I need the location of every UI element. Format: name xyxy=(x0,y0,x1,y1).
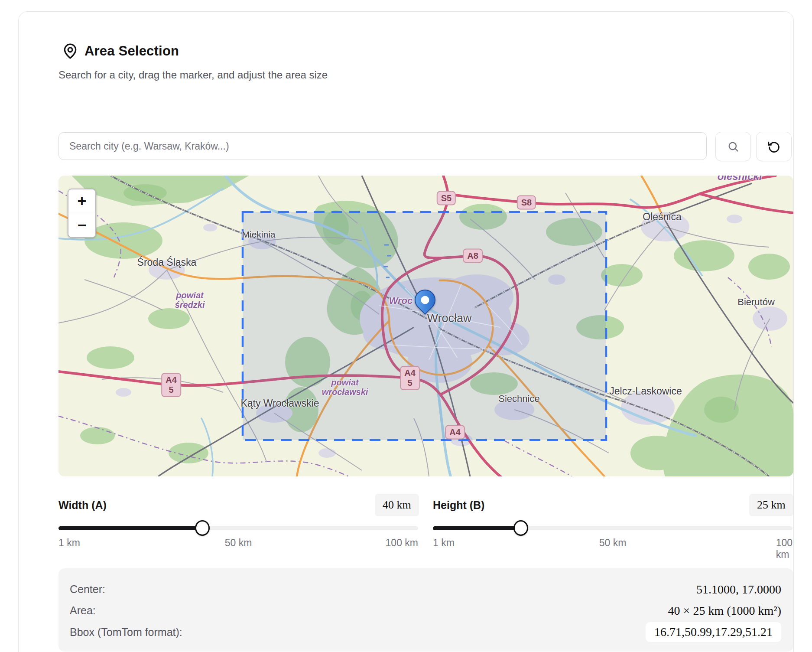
center-label: Center: xyxy=(70,583,105,596)
bbox-value: 16.71,50.99,17.29,51.21 xyxy=(646,622,781,642)
center-value: 51.1000, 17.0000 xyxy=(696,583,781,597)
height-slider-value: 25 km xyxy=(749,494,793,516)
search-input[interactable] xyxy=(58,132,707,160)
map-label-olesnicki: oleśnicki xyxy=(718,176,762,182)
page-subtitle: Search for a city, drag the marker, and … xyxy=(58,69,328,81)
search-button[interactable] xyxy=(715,132,751,161)
page-title: Area Selection xyxy=(84,43,179,59)
map-label-siechnice: Siechnice xyxy=(498,393,539,404)
height-slider-fill xyxy=(433,526,521,530)
width-scale-max: 100 km xyxy=(386,537,418,549)
map-label-wroclaw: Wrocław xyxy=(427,312,471,325)
map-label-powiat-wroclawski: powiat wrocławski xyxy=(321,378,369,397)
map-pin-icon xyxy=(62,43,78,59)
width-slider-track[interactable] xyxy=(58,526,418,530)
map[interactable]: Miękinia Środa Śląska powiat średzki Ole… xyxy=(58,176,793,476)
road-shield-a4-5-west: A4 5 xyxy=(161,373,181,397)
shield-line1: A4 xyxy=(166,375,177,385)
reset-button[interactable] xyxy=(756,132,792,161)
road-shield-a4-south: A4 xyxy=(445,425,465,440)
height-slider-track[interactable] xyxy=(433,526,793,530)
road-shield-a4-5-center: A4 5 xyxy=(400,366,420,390)
width-slider-label: Width (A) xyxy=(58,499,107,512)
road-shield-s8: S8 xyxy=(517,196,536,210)
height-slider-label: Height (B) xyxy=(433,499,484,512)
area-row: Area: 40 × 25 km (1000 km²) xyxy=(70,600,781,621)
map-label-bierutow: Bierutów xyxy=(737,297,775,308)
shield-line1: A4 xyxy=(404,368,416,378)
map-zoom-control: + − xyxy=(68,189,96,238)
bbox-label: Bbox (TomTom format): xyxy=(70,626,182,639)
shield-line2: 5 xyxy=(404,378,416,388)
area-label: Area: xyxy=(70,604,96,617)
map-label-jelcz-laskowice: Jelcz-Laskowice xyxy=(609,385,682,397)
map-label-katy-wroclawskie: Kąty Wrocławskie xyxy=(240,398,319,409)
road-shield-s5: S5 xyxy=(437,191,456,205)
zoom-in-button[interactable]: + xyxy=(68,189,95,213)
width-scale-min: 1 km xyxy=(58,537,80,549)
height-scale-mid: 50 km xyxy=(599,537,627,549)
width-slider-fill xyxy=(58,526,202,530)
map-label-wroc-partial: Wroc xyxy=(389,296,413,306)
map-label-olesnica: Oleśnica xyxy=(643,211,681,223)
height-scale-max: 100 km xyxy=(776,537,793,561)
reset-rotate-ccw-icon xyxy=(768,140,780,153)
info-panel: Center: 51.1000, 17.0000 Area: 40 × 25 k… xyxy=(58,568,793,652)
shield-line2: 5 xyxy=(166,385,177,395)
center-row: Center: 51.1000, 17.0000 xyxy=(70,579,781,600)
height-slider-thumb[interactable] xyxy=(513,520,528,536)
zoom-out-button[interactable]: − xyxy=(68,213,95,237)
road-shield-a8: A8 xyxy=(463,249,483,263)
bbox-row: Bbox (TomTom format): 16.71,50.99,17.29,… xyxy=(70,622,781,643)
area-selection-card: Area Selection Search for a city, drag t… xyxy=(18,11,794,652)
map-label-powiat-sredzki: powiat średzki xyxy=(169,290,211,310)
width-scale-mid: 50 km xyxy=(225,537,252,549)
width-slider-thumb[interactable] xyxy=(195,520,210,536)
search-icon xyxy=(727,140,739,153)
area-value: 40 × 25 km (1000 km²) xyxy=(668,604,781,618)
width-slider-value: 40 km xyxy=(375,494,419,516)
height-scale-min: 1 km xyxy=(433,537,455,549)
map-canvas xyxy=(58,176,793,476)
map-label-miekinia: Miękinia xyxy=(242,229,275,240)
map-label-sroda-slaska: Środa Śląska xyxy=(137,257,197,268)
